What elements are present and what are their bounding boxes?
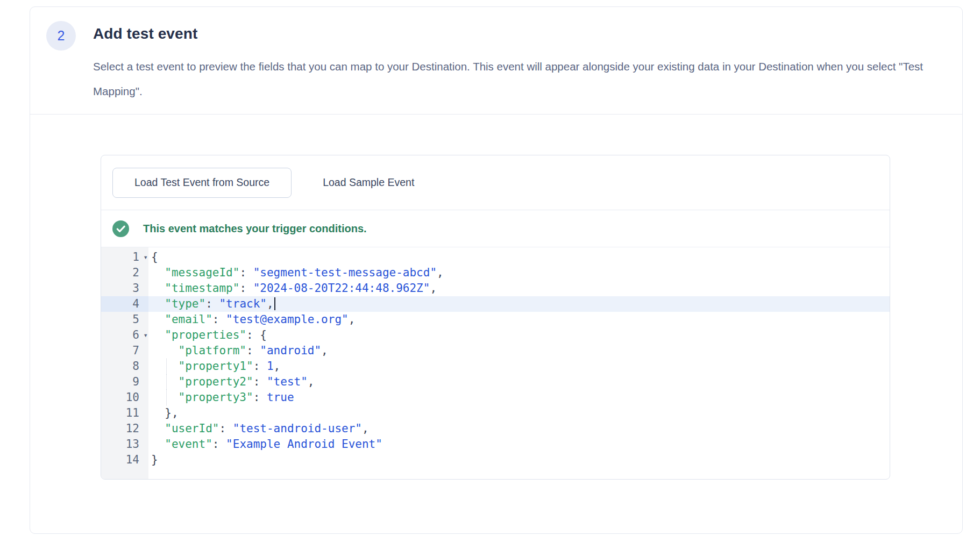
json-punctuation: , [267, 297, 274, 310]
code-line[interactable]: 12 "userId": "test-android-user", [101, 421, 890, 437]
json-punctuation: : [239, 266, 253, 279]
code-line[interactable]: 14} [101, 452, 890, 468]
json-value: "track" [219, 297, 267, 310]
json-punctuation [151, 375, 179, 388]
code-content[interactable]: "event": "Example Android Event" [148, 437, 890, 452]
code-content[interactable]: "messageId": "segment-test-message-abcd"… [148, 265, 890, 281]
json-key: "email" [165, 313, 212, 326]
code-content[interactable]: "property3": true [148, 390, 890, 405]
json-punctuation [151, 422, 165, 435]
code-line[interactable]: 7 "platform": "android", [101, 343, 890, 359]
load-test-event-button[interactable]: Load Test Event from Source [112, 168, 292, 198]
line-number: 6▾ [101, 327, 148, 343]
code-line[interactable]: 10 "property3": true [101, 390, 890, 405]
json-punctuation [151, 313, 165, 326]
json-key: "property2" [179, 375, 253, 388]
code-line[interactable]: 4 "type": "track", [101, 296, 890, 312]
editor-gutter-spacer [101, 468, 890, 479]
test-event-panel: Load Test Event from Source Load Sample … [101, 155, 890, 480]
json-value: "android" [260, 344, 321, 357]
code-line[interactable]: 13 "event": "Example Android Event" [101, 437, 890, 452]
code-content[interactable]: "property2": "test", [148, 374, 890, 390]
json-punctuation: { [151, 251, 158, 263]
line-number: 5 [101, 312, 148, 327]
json-punctuation [151, 266, 165, 279]
json-punctuation: , [430, 282, 437, 295]
json-key: "property1" [179, 360, 253, 373]
json-punctuation [151, 438, 165, 451]
code-content[interactable]: { [148, 249, 890, 265]
json-punctuation [151, 360, 179, 373]
code-line[interactable]: 11 }, [101, 405, 890, 421]
json-value: "Example Android Event" [226, 438, 382, 451]
event-source-toolbar: Load Test Event from Source Load Sample … [101, 155, 890, 210]
step-body: Load Test Event from Source Load Sample … [30, 115, 962, 480]
json-key: "properties" [165, 329, 246, 341]
step-description: Select a test event to preview the field… [93, 54, 938, 104]
code-content[interactable]: } [148, 452, 890, 468]
code-content[interactable]: }, [148, 405, 890, 421]
step-title: Add test event [93, 21, 938, 42]
line-number: 1▾ [101, 249, 148, 265]
gutter-background [101, 468, 148, 479]
json-key: "timestamp" [165, 282, 239, 295]
fold-caret-icon[interactable]: ▾ [139, 327, 148, 343]
line-number: 3 [101, 281, 148, 296]
json-punctuation: : [205, 297, 219, 310]
code-line[interactable]: 3 "timestamp": "2024-08-20T22:44:48.962Z… [101, 281, 890, 296]
line-number: 13 [101, 437, 148, 452]
json-punctuation [151, 297, 165, 310]
json-key: "event" [165, 438, 212, 451]
code-content[interactable]: "platform": "android", [148, 343, 890, 359]
code-content[interactable]: "properties": { [148, 327, 890, 343]
code-content[interactable]: "property1": 1, [148, 359, 890, 374]
code-line[interactable]: 9 "property2": "test", [101, 374, 890, 390]
line-number: 14 [101, 452, 148, 468]
json-punctuation: : [253, 391, 267, 404]
json-value: "segment-test-message-abcd" [253, 266, 437, 279]
json-punctuation: : [219, 422, 232, 435]
json-value: true [267, 391, 294, 404]
json-punctuation: , [321, 344, 328, 357]
json-punctuation: : [253, 375, 267, 388]
json-punctuation: : [253, 360, 267, 373]
json-punctuation: , [308, 375, 315, 388]
code-line[interactable]: 1▾{ [101, 249, 890, 265]
json-editor[interactable]: 1▾{2 "messageId": "segment-test-message-… [101, 247, 890, 479]
code-background[interactable] [148, 468, 890, 479]
load-sample-event-button[interactable]: Load Sample Event [323, 176, 414, 189]
json-value: "2024-08-20T22:44:48.962Z" [253, 282, 430, 295]
line-number: 2 [101, 265, 148, 281]
code-line[interactable]: 6▾ "properties": { [101, 327, 890, 343]
code-content[interactable]: "email": "test@example.org", [148, 312, 890, 327]
json-key: "messageId" [165, 266, 239, 279]
line-number: 9 [101, 374, 148, 390]
json-punctuation: , [362, 422, 369, 435]
json-key: "userId" [165, 422, 219, 435]
check-circle-icon [112, 220, 129, 237]
json-value: "test" [267, 375, 308, 388]
json-punctuation: : [212, 313, 226, 326]
json-punctuation: , [349, 313, 356, 326]
line-number: 12 [101, 421, 148, 437]
json-value: "test@example.org" [226, 313, 349, 326]
add-test-event-card: 2 Add test event Select a test event to … [30, 6, 963, 534]
indent-guide [166, 390, 167, 405]
json-punctuation: : { [246, 329, 267, 341]
code-content[interactable]: "timestamp": "2024-08-20T22:44:48.962Z", [148, 281, 890, 296]
json-punctuation: : [246, 344, 260, 357]
code-line[interactable]: 8 "property1": 1, [101, 359, 890, 374]
step-header: 2 Add test event Select a test event to … [30, 7, 962, 115]
fold-caret-icon[interactable]: ▾ [139, 249, 148, 265]
code-line[interactable]: 2 "messageId": "segment-test-message-abc… [101, 265, 890, 281]
text-cursor [274, 297, 275, 310]
json-value: "test-android-user" [233, 422, 362, 435]
json-value: 1 [267, 360, 274, 373]
code-content[interactable]: "type": "track", [148, 296, 890, 312]
step-number-badge: 2 [46, 21, 76, 51]
json-punctuation [151, 329, 165, 341]
code-line[interactable]: 5 "email": "test@example.org", [101, 312, 890, 327]
json-punctuation [151, 282, 165, 295]
json-key: "property3" [179, 391, 253, 404]
code-content[interactable]: "userId": "test-android-user", [148, 421, 890, 437]
